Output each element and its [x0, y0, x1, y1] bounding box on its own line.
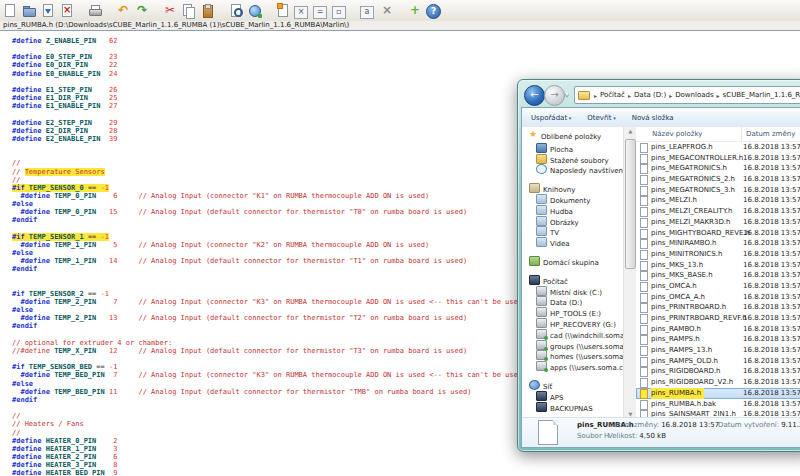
- forward-button-icon[interactable]: [544, 85, 565, 106]
- breadcrumb-separator-icon[interactable]: ▸: [717, 92, 720, 99]
- sidebar-section-computer[interactable]: Počítač: [522, 275, 623, 286]
- file-icon: [640, 314, 648, 324]
- file-row[interactable]: pins_RUMBA.h16.8.2018 13:57: [636, 388, 800, 399]
- update-icon[interactable]: +: [407, 3, 423, 19]
- file-row[interactable]: pins_MKS_13.h16.8.2018 13:57: [636, 260, 800, 271]
- file-row[interactable]: pins_MEGATRONICS.h16.8.2018 13:57: [636, 163, 800, 174]
- open-button[interactable]: Otevřít ▾: [587, 114, 615, 122]
- column-header-date[interactable]: Datum změny: [741, 127, 795, 141]
- new-folder-button[interactable]: Nová složka: [632, 114, 674, 122]
- window-close-icon[interactable]: ×: [294, 6, 308, 19]
- redo-icon[interactable]: ↷: [134, 3, 150, 19]
- file-row[interactable]: pins_RAMPS_OLD.h16.8.2018 13:57: [636, 356, 800, 367]
- close-file-icon[interactable]: [59, 3, 75, 19]
- sidebar-item[interactable]: HP_TOOLS (E:): [522, 307, 623, 318]
- column-header-name[interactable]: Název položky: [652, 127, 702, 141]
- tools-icon[interactable]: ×: [379, 3, 395, 19]
- undo-icon[interactable]: ↶: [115, 3, 131, 19]
- file-row[interactable]: pins_MINIRAMBO.h16.8.2018 13:57: [636, 238, 800, 249]
- file-row[interactable]: pins_RIGIDBOARD_V2.h16.8.2018 13:57: [636, 377, 800, 388]
- file-row[interactable]: pins_MEGACONTROLLER.h16.8.2018 13:57: [636, 153, 800, 164]
- back-button-icon[interactable]: [524, 85, 545, 106]
- file-row[interactable]: pins_MKS_BASE.h16.8.2018 13:57: [636, 270, 800, 281]
- explorer-client: Uspořádat ▾Otevřít ▾Nová složka Oblíbené…: [521, 107, 800, 448]
- breadcrumb-segment[interactable]: sCUBE_Marlin_1.1.6_RUMBA (1): [723, 91, 800, 99]
- breadcrumb-segment[interactable]: Počítač: [600, 91, 625, 99]
- window-split-icon[interactable]: =: [313, 6, 327, 19]
- sidebar-item[interactable]: Hudba: [522, 205, 623, 216]
- sidebar-item[interactable]: apps (\\users.soma.cz) (Z: [522, 361, 623, 372]
- sidebar-item[interactable]: Data (D:): [522, 296, 623, 307]
- new-file-icon[interactable]: [2, 3, 18, 19]
- code-line[interactable]: [12, 45, 800, 53]
- breadcrumb-segment[interactable]: Downloads: [675, 91, 713, 99]
- copy-icon[interactable]: [181, 3, 197, 19]
- code-line[interactable]: #define HEATER_2_PIN 6: [12, 453, 800, 461]
- file-row[interactable]: pins_RAMPS.h16.8.2018 13:57: [636, 334, 800, 345]
- sidebar-item[interactable]: Dokumenty: [522, 194, 623, 205]
- scrollbar-thumb[interactable]: [625, 139, 636, 269]
- sidebar-section-network[interactable]: Síť: [522, 380, 623, 391]
- sidebar-item[interactable]: groups (\\users.soma.cz): [522, 340, 623, 351]
- sidebar-item[interactable]: Stažené soubory: [522, 154, 623, 165]
- code-line[interactable]: #define E0_DIR_PIN 22: [12, 61, 800, 69]
- file-row[interactable]: pins_PRINTRBOARD_REVF.h16.8.2018 13:57: [636, 313, 800, 324]
- sidebar-item[interactable]: Plocha: [522, 143, 623, 154]
- breadcrumb[interactable]: ▸Počítač▸Data (D:)▸Downloads▸sCUBE_Marli…: [574, 86, 800, 104]
- paste-icon[interactable]: [200, 3, 216, 19]
- cut-icon[interactable]: ✂: [162, 3, 178, 19]
- file-row[interactable]: pins_MELZI.h16.8.2018 13:57: [636, 195, 800, 206]
- file-row[interactable]: pins_MINITRONICS.h16.8.2018 13:57: [636, 249, 800, 260]
- code-line[interactable]: #define E0_ENABLE_PIN 24: [12, 70, 800, 78]
- code-line[interactable]: #define Z_ENABLE_PIN 62: [12, 37, 800, 45]
- sidebar-section-libraries[interactable]: Knihovny: [522, 183, 623, 194]
- font-icon[interactable]: a: [360, 6, 374, 19]
- new-window-icon[interactable]: [275, 3, 291, 19]
- file-row[interactable]: pins_LEAPFROG.h16.8.2018 13:57: [636, 142, 800, 153]
- file-row[interactable]: pins_RAMPS_13.h16.8.2018 13:57: [636, 345, 800, 356]
- sidebar-item[interactable]: homes (\\users.soma.cz): [522, 350, 623, 361]
- sidebar-section-favorites[interactable]: Oblíbené položky: [522, 132, 623, 143]
- file-row[interactable]: pins_PRINTRBOARD.h16.8.2018 13:57: [636, 302, 800, 313]
- sidebar-item[interactable]: Videa: [522, 237, 623, 248]
- code-line[interactable]: #define E0_STEP_PIN 23: [12, 53, 800, 61]
- window-minimize-icon[interactable]: ▫: [332, 6, 346, 19]
- sidebar-item[interactable]: TV: [522, 226, 623, 237]
- breadcrumb-separator-icon[interactable]: ▸: [628, 92, 631, 99]
- file-row[interactable]: pins_MEGATRONICS_3.h16.8.2018 13:57: [636, 185, 800, 196]
- organize-button[interactable]: Uspořádat ▾: [531, 114, 571, 122]
- code-line[interactable]: #define HEATER_3_PIN 8: [12, 461, 800, 469]
- file-row[interactable]: pins_OMCA_A.h16.8.2018 13:57: [636, 292, 800, 303]
- breadcrumb-segment[interactable]: Data (D:): [634, 91, 666, 99]
- breadcrumb-separator-icon[interactable]: ▸: [669, 92, 672, 99]
- desktop-icon: [536, 143, 547, 153]
- file-row[interactable]: pins_MELZI_CREALITY.h16.8.2018 13:57: [636, 206, 800, 217]
- sidebar-item[interactable]: BACKUPNAS: [522, 402, 623, 413]
- code-line[interactable]: #define HEATER_BED_PIN 9: [12, 469, 800, 476]
- file-name: pins_MKS_BASE.h: [651, 270, 713, 281]
- sidebar-item[interactable]: Obrázky: [522, 216, 623, 227]
- help-icon[interactable]: ?: [426, 4, 441, 19]
- sidebar-item[interactable]: Naposledy navštívené: [522, 164, 623, 175]
- file-name: pins_RUMBA.h.bak: [651, 399, 716, 410]
- file-row[interactable]: pins_RAMBO.h16.8.2018 13:57: [636, 324, 800, 335]
- file-row[interactable]: pins_MIGHTYBOARD_REVE.h16.8.2018 13:57: [636, 228, 800, 239]
- sidebar-section-homegroup[interactable]: Domácí skupina: [522, 256, 623, 267]
- file-row[interactable]: pins_RUMBA.h.bak16.8.2018 13:57: [636, 399, 800, 410]
- print-icon[interactable]: [87, 3, 103, 19]
- file-row[interactable]: pins_RIGIDBOARD.h16.8.2018 13:57: [636, 366, 800, 377]
- sidebar-item[interactable]: cad (\\windchill.soma.cz): [522, 329, 623, 340]
- file-date: 16.8.2018 13:57: [743, 174, 800, 185]
- open-folder-icon[interactable]: [21, 3, 37, 19]
- sidebar-item[interactable]: HP_RECOVERY (G:): [522, 318, 623, 329]
- find-in-files-icon[interactable]: [247, 3, 263, 19]
- breadcrumb-separator-icon[interactable]: ▸: [594, 92, 597, 99]
- file-row[interactable]: pins_MEGATRONICS_2.h16.8.2018 13:57: [636, 174, 800, 185]
- nav-history-dropdown-icon[interactable]: ▼: [565, 91, 569, 97]
- save-file-icon[interactable]: [40, 3, 56, 19]
- file-row[interactable]: pins_MELZI_MAKR3D.h16.8.2018 13:57: [636, 217, 800, 228]
- file-row[interactable]: pins_OMCA.h16.8.2018 13:57: [636, 281, 800, 292]
- find-icon[interactable]: [228, 3, 244, 19]
- sidebar-item[interactable]: APS: [522, 391, 623, 402]
- sidebar-item[interactable]: Místní disk (C:): [522, 286, 623, 297]
